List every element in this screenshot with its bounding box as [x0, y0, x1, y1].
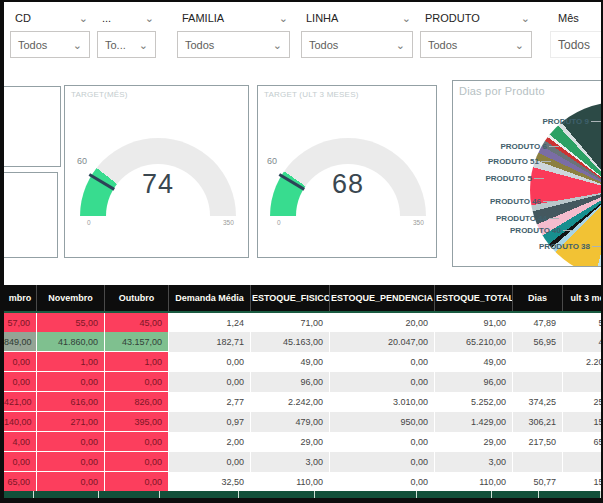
table-cell: 253,72: [563, 392, 602, 412]
pie-title: Dias por Produto: [459, 85, 545, 97]
pie-label: PRODUTO 5: [485, 173, 544, 183]
chevron-down-icon: ⌄: [279, 14, 288, 22]
pie-label: PRODUTO 46: [490, 196, 553, 206]
table-cell: 0,00: [37, 472, 105, 492]
table-cell: 32,50: [169, 472, 251, 492]
table-cell: 652,50: [563, 432, 602, 452]
table-cell: 306,21: [513, 412, 563, 432]
slicer-mes-dropdown[interactable]: Todos: [550, 31, 603, 58]
table-cell: 0,00: [105, 432, 169, 452]
chevron-down-icon: ⌄: [145, 14, 154, 22]
column-header[interactable]: ESTOQUE_TOTAL: [435, 285, 513, 312]
column-header[interactable]: Outubro: [105, 285, 169, 312]
stock-table: mbroNovembroOutubroDemanda MédiaESTOQUE_…: [4, 285, 601, 498]
table-cell: 152,31: [563, 472, 602, 492]
gauge-min-label: 0: [277, 219, 281, 226]
table-cell: 4,00: [4, 432, 37, 452]
pie-callout-line: [563, 230, 573, 231]
slicer-ellipsis-dropdown[interactable]: To...⌄: [97, 31, 156, 58]
table-row: 4,000,000,002,0029,000,0029,00217,50652,…: [4, 432, 601, 452]
slicer-cd-dropdown[interactable]: Todos⌄: [10, 31, 90, 58]
table-cell: 49,17: [563, 332, 602, 352]
table-cell: 0,00: [105, 472, 169, 492]
chevron-down-icon: ⌄: [521, 14, 530, 22]
table-header-row: mbroNovembroOutubroDemanda MédiaESTOQUE_…: [4, 285, 601, 312]
chevron-down-icon: ⌄: [402, 14, 411, 22]
table-cell: 65,00: [4, 472, 37, 492]
slicer-linha-dropdown[interactable]: Todos⌄: [301, 31, 413, 58]
column-header[interactable]: ESTOQUE_FISICO: [251, 285, 330, 312]
table-cell: 2,00: [169, 432, 251, 452]
table-cell: 52,17: [563, 312, 602, 332]
column-header[interactable]: ult 3 meses: [563, 285, 602, 312]
gauge-target-ult3meses: TARGET (ULT 3 MESES) 68 60 0 350: [257, 85, 437, 258]
table-cell: 96,00: [251, 372, 330, 392]
table-cell: 1,24: [169, 312, 251, 332]
table-cell: 1.429,00: [435, 412, 513, 432]
table-cell: 374,25: [513, 392, 563, 412]
table-cell: 0,00: [169, 372, 251, 392]
gauge-min-label: 0: [87, 219, 91, 226]
table-cell: 0,00: [4, 352, 37, 372]
pie-callout-line: [543, 201, 553, 202]
table-cell: 159,57: [563, 412, 602, 432]
table-cell: 3,00: [251, 452, 330, 472]
slicer-produto-dropdown[interactable]: Todos⌄: [420, 31, 532, 58]
table-row: 0,001,001,000,0049,000,0049,002.205,00: [4, 352, 601, 372]
table-row: 65,000,000,0032,50110,000,00110,0050,771…: [4, 472, 601, 492]
pie-label: PRODUTO 44: [496, 213, 559, 223]
table-cell: 0,00: [330, 352, 435, 372]
column-header[interactable]: Dias: [513, 285, 563, 312]
table-cell: 616,00: [37, 392, 105, 412]
slicer-cd-label: CD: [15, 12, 31, 24]
pie-label: PRODUTO 6: [500, 141, 559, 151]
column-header[interactable]: Demanda Média: [169, 285, 251, 312]
table-row: 421,00616,00826,002,772.242,003.010,005.…: [4, 392, 601, 412]
table-cell: 3.010,00: [330, 392, 435, 412]
slicer-ellipsis: ...⌄ To...⌄: [97, 10, 156, 62]
slicer-mes-label: Mês: [558, 12, 579, 24]
gauge-target-label: 60: [267, 156, 277, 166]
clipped-card-bottom: [0, 172, 58, 258]
table-cell: 29,00: [251, 432, 330, 452]
table-row: 849,0041.860,0043.157,00182,7145.163,002…: [4, 332, 601, 352]
column-header[interactable]: ESTOQUE_PENDENCIA: [330, 285, 435, 312]
table-cell: 96,00: [435, 372, 513, 392]
slicer-familia-label: FAMILIA: [182, 12, 224, 24]
chevron-down-icon: ⌄: [79, 14, 88, 22]
column-header[interactable]: mbro: [4, 285, 37, 312]
table-cell: 0,00: [330, 372, 435, 392]
gauge-target-mes: TARGET(MÊS) 74 60 0 350: [64, 85, 249, 258]
table-cell: 0,97: [169, 412, 251, 432]
table-cell: 271,00: [37, 412, 105, 432]
table-cell: 20.047,00: [330, 332, 435, 352]
table-cell: 0,00: [330, 432, 435, 452]
table-cell: 421,00: [4, 392, 37, 412]
table-cell: 217,50: [513, 432, 563, 452]
table-cell: 41.860,00: [37, 332, 105, 352]
table-cell: 49,00: [251, 352, 330, 372]
column-header[interactable]: Novembro: [37, 285, 105, 312]
slicer-linha-label: LINHA: [306, 12, 338, 24]
slicer-linha: LINHA⌄ Todos⌄: [301, 10, 413, 62]
table-cell: 0,00: [37, 432, 105, 452]
table-cell: 43.157,00: [105, 332, 169, 352]
table-cell: 91,00: [435, 312, 513, 332]
chevron-down-icon: ⌄: [273, 41, 282, 49]
table-cell: 0,00: [169, 452, 251, 472]
table-cell: 950,00: [330, 412, 435, 432]
powerbi-report-page: CD⌄ Todos⌄ ...⌄ To...⌄ FAMILIA⌄ Todos⌄ L…: [0, 0, 603, 503]
pie-callout-line: [591, 121, 601, 122]
slicer-produto-label: PRODUTO: [425, 12, 480, 24]
table-cell: 0,00: [105, 452, 169, 472]
table-row: 0,000,000,000,0096,000,0096,00: [4, 372, 601, 392]
table-cell: 0,00: [4, 372, 37, 392]
table-cell: 2.205,00: [563, 352, 602, 372]
table-cell: 0,00: [169, 352, 251, 372]
table-cell: 0,00: [330, 472, 435, 492]
table-cell: 479,00: [251, 412, 330, 432]
chevron-down-icon: ⌄: [139, 41, 148, 49]
table-cell: 45.163,00: [251, 332, 330, 352]
table-cell: 0,00: [105, 372, 169, 392]
slicer-familia-dropdown[interactable]: Todos⌄: [177, 31, 290, 58]
